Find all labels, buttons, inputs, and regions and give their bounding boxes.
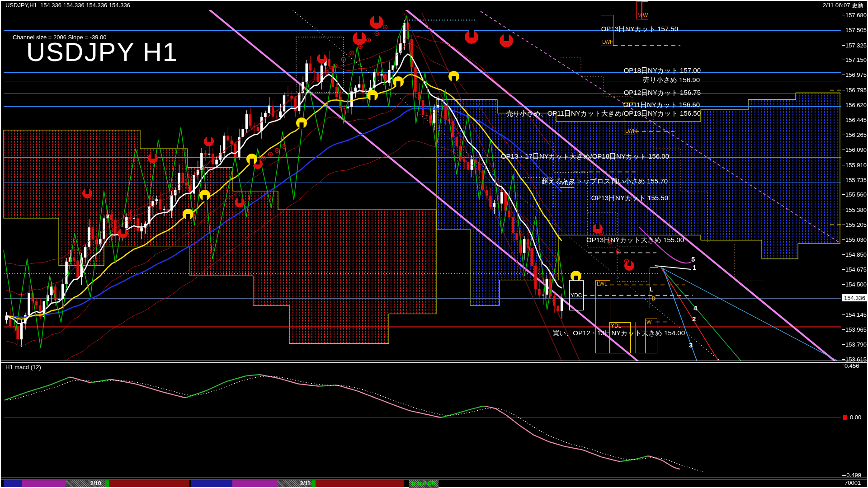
price-axis-label: 154.675 [845, 267, 867, 272]
level-annotation: OP13日NYカット大きめ 155.00 [586, 236, 684, 243]
session-box-label: LWL [597, 281, 608, 286]
timeline-period-segment [105, 480, 109, 487]
price-axis-label: 154.500 [845, 282, 867, 287]
session-letter-label: L [650, 286, 653, 292]
session-range-box: YDO [560, 153, 574, 188]
price-axis-label: 157.150 [845, 57, 867, 63]
price-axis-label: 156.090 [845, 147, 867, 153]
session-range-box: LWH [624, 103, 635, 135]
session-box-label: W [646, 319, 651, 325]
projection-number-label: 5 [691, 256, 695, 263]
price-axis-label: 155.205 [845, 222, 867, 228]
price-axis-label: 153.790 [845, 342, 867, 347]
update-timestamp: 2/11 06:07 更新 [823, 2, 863, 8]
level-annotation: OP12日NYカット 156.75 [624, 89, 701, 96]
session-range-box [635, 322, 646, 353]
level-annotation: OP18日NYカット 157.00 [624, 67, 701, 74]
price-axis-label: 157.680 [845, 12, 867, 18]
symbol-ohlc-readout: USDJPY,H1 154.336 154.336 154.336 154.33… [5, 2, 130, 8]
timeline-period-segment [191, 480, 232, 487]
macd-axis-min: -0.499 [844, 472, 861, 478]
price-axis-label: 156.620 [845, 102, 867, 108]
level-annotation: OP13日NYカット 155.50 [591, 194, 668, 201]
timeline-period-segment [22, 480, 66, 487]
price-axis-label: 156.265 [845, 132, 867, 138]
price-axis-label: 155.030 [845, 237, 867, 243]
macd-axis-max: 0.456 [844, 363, 859, 369]
timeline-period-segment [232, 480, 277, 487]
price-axis-label: 155.735 [845, 177, 867, 183]
timeline-period-segment [316, 480, 404, 487]
price-axis-label: 155.560 [845, 192, 867, 197]
price-axis-label: 155.380 [845, 207, 867, 213]
session-box-label: YDC [571, 293, 582, 298]
session-range-box: W [645, 319, 657, 353]
price-axis-label: 154.145 [845, 312, 867, 318]
session-range-box: LWH [601, 15, 613, 46]
macd-indicator-label: H1 macd (12) [5, 364, 41, 370]
chart-watermark-title: USDJPY H1 [26, 39, 178, 65]
timeline-period-segment [109, 480, 189, 487]
projection-number-label: 4 [693, 305, 697, 311]
session-range-box: LWL [595, 280, 610, 353]
current-price-badge: 154.336 [842, 294, 868, 301]
price-axis-label: 153.965 [845, 327, 867, 333]
price-axis-label: 156.795 [845, 87, 867, 93]
price-axis-label: 157.325 [845, 42, 867, 48]
price-axis-label: 156.975 [845, 72, 867, 78]
session-range-box: W [642, 1, 648, 19]
session-box-label: LWH [625, 128, 637, 134]
projection-number-label: 1 [693, 264, 696, 271]
projection-number-label: 3 [689, 342, 693, 348]
macd-axis-zero: 0.00 [850, 414, 861, 420]
price-axis-label: 154.850 [845, 252, 867, 258]
price-axis-label: 155.910 [845, 162, 867, 168]
level-annotation: 売り小さめ、OP11日NYカット大きめ/OP13日NYカット 156.50 [506, 110, 701, 117]
chart-canvas[interactable] [0, 0, 868, 488]
session-box-label: LWH [602, 39, 614, 45]
session-letter-label: D [651, 296, 656, 301]
timeline-date-label: 2/11 [300, 481, 311, 486]
session-range-box: YDL [609, 322, 631, 353]
bar-count-label: 70001 [844, 480, 861, 486]
session-box-label: W [643, 13, 648, 18]
terminal-window: USDJPY,H1 154.336 154.336 154.336 154.33… [0, 0, 868, 488]
price-axis-label: 153.615 [845, 357, 867, 362]
session-box-label: YDL [611, 323, 621, 328]
level-annotation: 売り小さめ 156.90 [643, 76, 700, 83]
timeline-period-segment [312, 480, 316, 487]
level-annotation: OP13・17日NYカット大きめ/OP18日NYカット 156.00 [501, 153, 669, 160]
timeline-period-segment [4, 480, 22, 487]
session-box-label: YDO [561, 181, 573, 186]
price-axis-label: 157.505 [845, 27, 867, 33]
projection-number-label: 2 [692, 315, 696, 322]
price-axis-label: 156.445 [845, 117, 867, 123]
timeline-date-label: 2/10 [90, 481, 101, 486]
macd-toggle-button[interactable]: macd ON [409, 480, 439, 488]
session-range-box: YDC [569, 280, 584, 310]
